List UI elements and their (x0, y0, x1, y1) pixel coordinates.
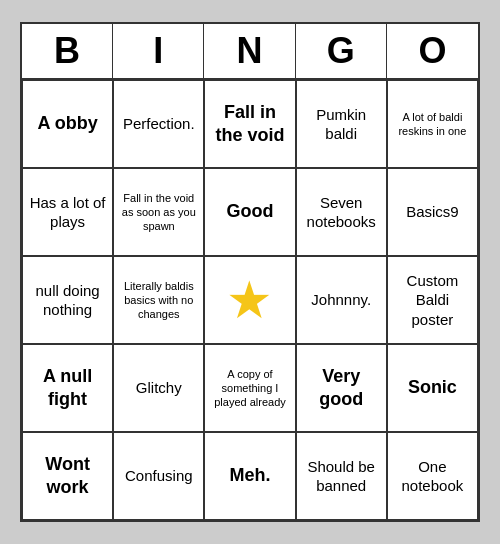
header-letter-b: B (22, 24, 113, 78)
bingo-cell-4: A lot of baldi reskins in one (387, 80, 478, 168)
bingo-cell-2: Fall in the void (204, 80, 295, 168)
bingo-cell-23: Should be banned (296, 432, 387, 520)
bingo-cell-20: Wont work (22, 432, 113, 520)
bingo-card: BINGO A obbyPerfection.Fall in the voidP… (20, 22, 480, 522)
bingo-cell-16: Glitchy (113, 344, 204, 432)
bingo-cell-22: Meh. (204, 432, 295, 520)
bingo-cell-8: Seven notebooks (296, 168, 387, 256)
bingo-cell-12: ★ (204, 256, 295, 344)
bingo-cell-24: One notebook (387, 432, 478, 520)
bingo-cell-7: Good (204, 168, 295, 256)
bingo-header: BINGO (22, 24, 478, 80)
bingo-cell-0: A obby (22, 80, 113, 168)
bingo-cell-21: Confusing (113, 432, 204, 520)
bingo-cell-1: Perfection. (113, 80, 204, 168)
bingo-cell-15: A null fight (22, 344, 113, 432)
bingo-cell-6: Fall in the void as soon as you spawn (113, 168, 204, 256)
header-letter-n: N (204, 24, 295, 78)
bingo-grid: A obbyPerfection.Fall in the voidPumkin … (22, 80, 478, 520)
header-letter-o: O (387, 24, 478, 78)
star-icon: ★ (226, 274, 273, 326)
bingo-cell-17: A copy of something I played already (204, 344, 295, 432)
bingo-cell-11: Literally baldis basics with no changes (113, 256, 204, 344)
bingo-cell-19: Sonic (387, 344, 478, 432)
bingo-cell-3: Pumkin baldi (296, 80, 387, 168)
bingo-cell-14: Custom Baldi poster (387, 256, 478, 344)
bingo-cell-5: Has a lot of plays (22, 168, 113, 256)
bingo-cell-18: Very good (296, 344, 387, 432)
bingo-cell-10: null doing nothing (22, 256, 113, 344)
bingo-cell-13: Johnnny. (296, 256, 387, 344)
header-letter-i: I (113, 24, 204, 78)
header-letter-g: G (296, 24, 387, 78)
bingo-cell-9: Basics9 (387, 168, 478, 256)
